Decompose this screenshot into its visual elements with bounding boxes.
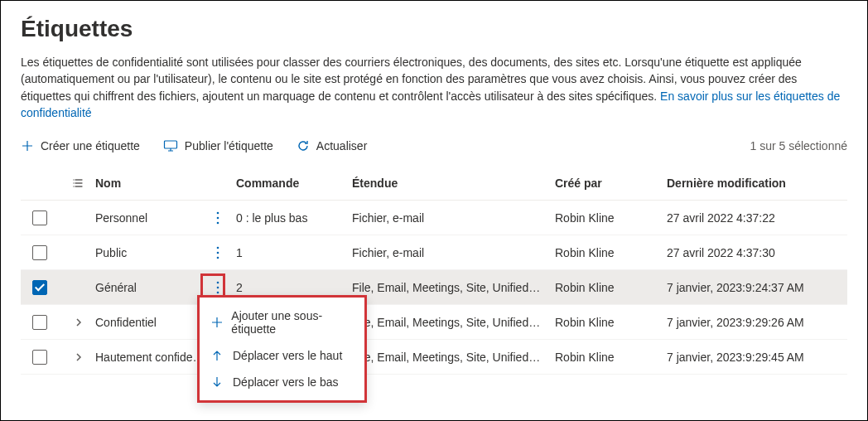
row-checkbox[interactable] [32, 280, 47, 295]
row-order: 2 [236, 281, 352, 294]
svg-point-6 [217, 256, 219, 259]
plus-icon [21, 139, 34, 152]
svg-point-7 [217, 281, 219, 283]
create-label-text: Créer une étiquette [41, 139, 140, 152]
svg-point-1 [217, 211, 219, 214]
row-createdby: Robin Kline [555, 246, 667, 259]
row-checkbox[interactable] [32, 350, 47, 365]
index-icon [62, 177, 95, 189]
col-modified[interactable]: Dernière modification [667, 177, 847, 190]
col-scope[interactable]: Étendue [352, 177, 555, 190]
table-row[interactable]: Confidentiel File, Email, Meetings, Site… [21, 305, 847, 340]
row-order: 0 : le plus bas [236, 211, 352, 225]
page-title: Étiquettes [21, 16, 847, 42]
more-actions-button[interactable] [211, 243, 236, 263]
row-name: Général [95, 281, 211, 294]
row-modified: 7 janvier, 2023:9:29:45 AM [667, 351, 847, 364]
create-label-button[interactable]: Créer une étiquette [21, 139, 140, 152]
row-modified: 27 avril 2022 4:37:30 [667, 246, 847, 259]
row-createdby: Robin Kline [555, 351, 667, 364]
row-name: Public [95, 246, 211, 259]
col-name[interactable]: Nom [95, 177, 211, 190]
row-modified: 7 janvier, 2023:9:24:37 AM [667, 281, 847, 294]
page-description: Les étiquettes de confidentialité sont u… [21, 54, 847, 121]
row-createdby: Robin Kline [555, 211, 667, 225]
row-name: Personnel [95, 211, 211, 225]
svg-point-4 [217, 246, 219, 249]
row-name: Confidentiel [95, 316, 211, 329]
row-scope: File, Email, Meetings, Site, UnifiedGrou… [352, 351, 555, 364]
menu-move-down[interactable]: Déplacer vers le bas [200, 369, 364, 395]
table-row[interactable]: Public 1 Fichier, e-mail Robin Kline 27 … [21, 235, 847, 270]
refresh-icon [297, 139, 310, 152]
row-scope: Fichier, e-mail [352, 246, 555, 259]
labels-table: Nom Commande Étendue Créé par Dernière m… [21, 166, 847, 375]
svg-point-8 [217, 286, 219, 288]
row-scope: Fichier, e-mail [352, 211, 555, 225]
row-name: Hautement confidentiel [95, 351, 211, 364]
table-row[interactable]: Général 2 File, Email, Meetings, Site, U… [21, 270, 847, 305]
toolbar: Créer une étiquette Publier l'étiquette … [21, 136, 847, 166]
plus-icon [211, 317, 223, 328]
col-createdby[interactable]: Créé par [555, 177, 667, 190]
col-order[interactable]: Commande [236, 177, 352, 190]
refresh-button[interactable]: Actualiser [297, 139, 367, 152]
menu-add-sublabel[interactable]: Ajouter une sous-étiquette [200, 302, 364, 342]
row-createdby: Robin Kline [555, 281, 667, 294]
expand-chevron-icon[interactable] [62, 353, 95, 361]
more-actions-button[interactable] [211, 208, 236, 228]
screen-icon [163, 139, 178, 152]
arrow-up-icon [211, 350, 224, 361]
svg-point-3 [217, 221, 219, 224]
publish-label-button[interactable]: Publier l'étiquette [163, 139, 273, 152]
table-header: Nom Commande Étendue Créé par Dernière m… [21, 166, 847, 201]
row-order: 1 [236, 246, 352, 259]
expand-chevron-icon[interactable] [62, 318, 95, 327]
svg-point-2 [217, 216, 219, 219]
row-scope: File, Email, Meetings, Site, UnifiedGrou… [352, 316, 555, 329]
table-row[interactable]: Personnel 0 : le plus bas Fichier, e-mai… [21, 201, 847, 235]
row-modified: 27 avril 2022 4:37:22 [667, 211, 847, 225]
row-scope: File, Email, Meetings, Site, UnifiedGrou… [352, 281, 555, 294]
menu-add-sublabel-text: Ajouter une sous-étiquette [231, 309, 353, 336]
row-createdby: Robin Kline [555, 316, 667, 329]
row-modified: 7 janvier, 2023:9:29:26 AM [667, 316, 847, 329]
selection-count: 1 sur 5 sélectionné [750, 139, 847, 152]
table-row[interactable]: Hautement confidentiel File, Email, Meet… [21, 340, 847, 375]
svg-rect-0 [164, 141, 176, 148]
svg-point-9 [217, 291, 219, 293]
row-checkbox[interactable] [32, 245, 47, 260]
context-menu: Ajouter une sous-étiquette Déplacer vers… [197, 295, 367, 403]
menu-move-up-text: Déplacer vers le haut [233, 349, 342, 362]
svg-point-5 [217, 251, 219, 254]
arrow-down-icon [211, 376, 224, 388]
menu-move-down-text: Déplacer vers le bas [233, 375, 339, 389]
publish-label-text: Publier l'étiquette [185, 139, 273, 152]
menu-move-up[interactable]: Déplacer vers le haut [200, 342, 364, 369]
row-checkbox[interactable] [32, 210, 47, 225]
row-checkbox[interactable] [32, 315, 47, 330]
refresh-text: Actualiser [316, 139, 367, 152]
